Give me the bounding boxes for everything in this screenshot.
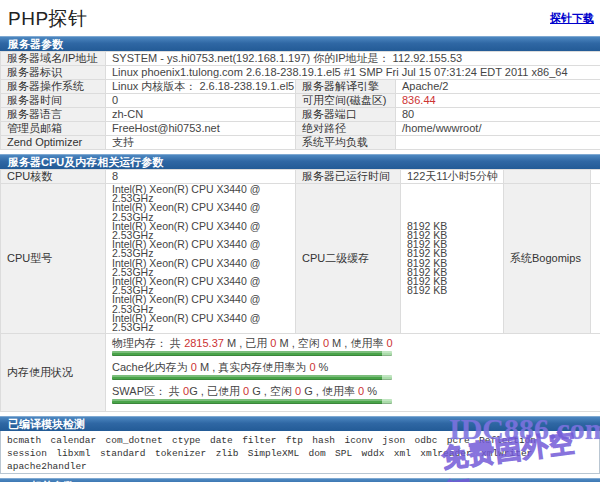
param-value (591, 184, 600, 334)
cpu-cache-list: 8192 KB 8192 KB 8192 KB 8192 KB 8192 KB … (401, 184, 504, 334)
param-value: Linux phoenix1.tulong.com 2.6.18-238.19.… (106, 66, 600, 80)
table-row: 管理员邮箱 FreeHost@hi0753.net 绝对路径 /home/www… (1, 122, 600, 136)
param-value: 支持 (106, 136, 296, 150)
param-label: 服务器语言 (1, 108, 106, 122)
section-php-params: PHP相关参数 PHP信息（phpinfo）： PHPINFO PHP版本（ph… (0, 478, 600, 482)
param-label: 服务器已运行时间 (296, 170, 401, 184)
memory-physical-bar (112, 351, 392, 356)
param-label: 服务器解译引擎 (296, 80, 396, 94)
param-value: FreeHost@hi0753.net (106, 122, 296, 136)
section-header-cpu: 服务器CPU及内存相关运行参数 (0, 154, 600, 169)
memory-physical-line: 物理内存： 共 2815.37 M , 已用 0 M , 空闲 0 M , 使用… (112, 337, 594, 349)
param-label: 系统Bogomips (504, 184, 591, 334)
param-label: 可用空间(磁盘区) (296, 94, 396, 108)
section-cpu-memory: 服务器CPU及内存相关运行参数 CPU核数 8 服务器已运行时间 122天11小… (0, 154, 600, 412)
table-row: 服务器域名/IP地址 SYSTEM - ys.hi0753.net(192.16… (1, 52, 600, 66)
param-value: 122天11小时5分钟 (401, 170, 504, 184)
memory-cache-line: Cache化内存为 0 M , 真实内存使用率为 0 % (112, 361, 594, 373)
param-value: 0 (106, 94, 296, 108)
param-value: /home/wwwroot/ (396, 122, 600, 136)
param-value (396, 136, 600, 150)
table-row: Zend Optimizer 支持 系统平均负载 (1, 136, 600, 150)
param-label: 服务器操作系统 (1, 80, 106, 94)
param-value (591, 170, 600, 184)
memory-usage-cell: 物理内存： 共 2815.37 M , 已用 0 M , 空闲 0 M , 使用… (106, 334, 600, 412)
param-value: Linux 内核版本： 2.6.18-238.19.1.el5 (106, 80, 296, 94)
table-row: 服务器操作系统 Linux 内核版本： 2.6.18-238.19.1.el5 … (1, 80, 600, 94)
server-params-table: 服务器域名/IP地址 SYSTEM - ys.hi0753.net(192.16… (0, 51, 600, 150)
param-value: Apache/2 (396, 80, 600, 94)
modules-list: bcmath calendar com_dotnet ctype date fi… (0, 431, 600, 474)
param-label: 绝对路径 (296, 122, 396, 136)
param-label: CPU二级缓存 (296, 184, 401, 334)
php-probe-page: PHP探针 探针下载 服务器参数 服务器域名/IP地址 SYSTEM - ys.… (0, 0, 600, 482)
page-header: PHP探针 探针下载 (0, 0, 600, 34)
param-label: 服务器端口 (296, 108, 396, 122)
param-label: CPU型号 (1, 184, 106, 334)
param-value: zh-CN (106, 108, 296, 122)
table-row: 内存使用状况 物理内存： 共 2815.37 M , 已用 0 M , 空闲 0… (1, 334, 600, 412)
param-label: Zend Optimizer (1, 136, 106, 150)
section-header-server: 服务器参数 (0, 36, 600, 51)
table-row: 服务器标识 Linux phoenix1.tulong.com 2.6.18-2… (1, 66, 600, 80)
cpu-memory-table: CPU核数 8 服务器已运行时间 122天11小时5分钟 CPU型号 Intel… (0, 169, 600, 412)
section-header-modules: 已编译模块检测 (0, 416, 600, 431)
param-label: CPU核数 (1, 170, 106, 184)
param-label: 服务器域名/IP地址 (1, 52, 106, 66)
param-value: 80 (396, 108, 600, 122)
table-row: 服务器时间 0 可用空间(磁盘区) 836.44 (1, 94, 600, 108)
param-label: 系统平均负载 (296, 136, 396, 150)
param-label: 内存使用状况 (1, 334, 106, 412)
param-label (504, 170, 591, 184)
section-server-params: 服务器参数 服务器域名/IP地址 SYSTEM - ys.hi0753.net(… (0, 36, 600, 150)
memory-swap-line: SWAP区： 共 0G , 已使用 0 G , 空闲 0 G , 使用率 0 % (112, 385, 594, 397)
param-value: SYSTEM - ys.hi0753.net(192.168.1.197) 你的… (106, 52, 600, 66)
param-label: 服务器时间 (1, 94, 106, 108)
table-row: 服务器语言 zh-CN 服务器端口 80 (1, 108, 600, 122)
section-modules: 已编译模块检测 bcmath calendar com_dotnet ctype… (0, 416, 600, 474)
table-row: CPU核数 8 服务器已运行时间 122天11小时5分钟 (1, 170, 600, 184)
param-value: 8 (106, 170, 296, 184)
param-value: 836.44 (396, 94, 600, 108)
memory-swap-bar (112, 399, 392, 404)
section-header-php: PHP相关参数 (0, 478, 600, 482)
cpu-model-list: Intel(R) Xeon(R) CPU X3440 @ 2.53GHz Int… (106, 184, 296, 334)
param-label: 服务器标识 (1, 66, 106, 80)
probe-download-link[interactable]: 探针下载 (550, 11, 594, 26)
page-title: PHP探针 (8, 6, 88, 32)
memory-cache-bar (112, 375, 392, 380)
table-row: CPU型号 Intel(R) Xeon(R) CPU X3440 @ 2.53G… (1, 184, 600, 334)
param-label: 管理员邮箱 (1, 122, 106, 136)
